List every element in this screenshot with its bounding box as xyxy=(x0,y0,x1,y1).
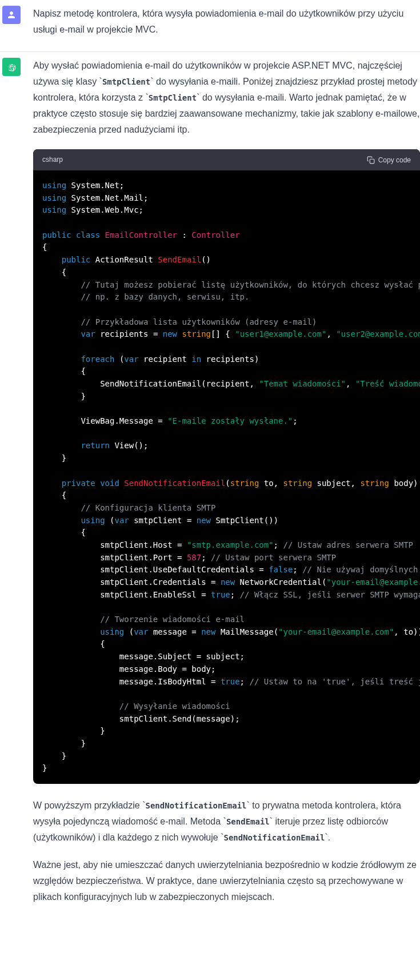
user-message-row: Napisz metodę kontrolera, która wysyła p… xyxy=(0,0,420,52)
code-body[interactable]: using System.Net; using System.Net.Mail;… xyxy=(33,170,420,784)
openai-icon xyxy=(6,62,17,72)
svg-rect-0 xyxy=(370,159,374,164)
inline-code-smtpclient-1: SmtpClient xyxy=(102,77,150,86)
assistant-avatar xyxy=(2,58,21,76)
assistant-content: Aby wysłać powiadomienia e-mail do użytk… xyxy=(33,58,420,917)
inline-code-sendemail: SendEmail xyxy=(226,817,270,826)
user-icon xyxy=(6,10,17,20)
inline-code-smtpclient-2: SmtpClient xyxy=(149,93,197,102)
copy-code-button[interactable]: Copy code xyxy=(367,156,411,164)
user-content: Napisz metodę kontrolera, która wysyła p… xyxy=(33,6,420,38)
assistant-intro: Aby wysłać powiadomienia e-mail do użytk… xyxy=(33,58,420,138)
outro2: Ważne jest, aby nie umieszczać danych uw… xyxy=(33,857,420,905)
code-header: csharp Copy code xyxy=(33,149,420,170)
clipboard-icon xyxy=(367,156,375,164)
code-content: using System.Net; using System.Net.Mail;… xyxy=(42,180,411,775)
user-prompt: Napisz metodę kontrolera, która wysyła p… xyxy=(33,6,420,38)
copy-code-label: Copy code xyxy=(378,156,411,164)
code-language-label: csharp xyxy=(42,154,63,166)
assistant-message-row: Aby wysłać powiadomienia e-mail do użytk… xyxy=(0,52,420,917)
outro1-a: W powyższym przykładzie xyxy=(33,800,142,810)
inline-code-sendnotif-1: SendNotificationEmail xyxy=(145,801,246,810)
assistant-outro: W powyższym przykładzie `SendNotificatio… xyxy=(33,798,420,905)
outro1-d: . xyxy=(328,832,330,842)
code-block: csharp Copy code using System.Net; using… xyxy=(33,149,420,784)
inline-code-sendnotif-2: SendNotificationEmail xyxy=(223,833,325,842)
user-avatar xyxy=(2,6,21,24)
